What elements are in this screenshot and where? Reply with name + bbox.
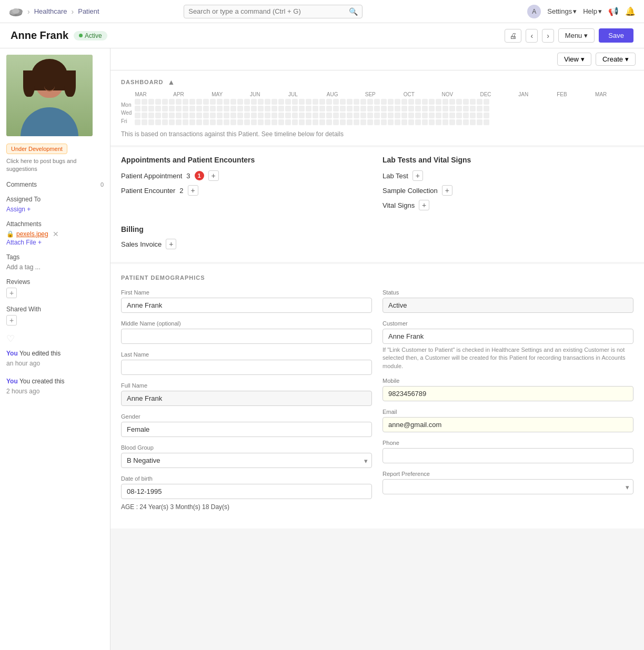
first-name-input[interactable] — [121, 298, 372, 313]
search-input[interactable] — [188, 7, 349, 15]
view-button[interactable]: View ▾ — [557, 53, 591, 66]
mobile-input[interactable] — [383, 386, 633, 401]
help-button[interactable]: Help ▾ — [583, 7, 602, 15]
heatmap-cell — [477, 113, 482, 118]
heatmap-cell — [477, 99, 482, 105]
attachment-filename[interactable]: pexels.jpeg — [16, 230, 48, 238]
heatmap-cell — [354, 119, 359, 125]
attach-file-action[interactable]: Attach File + — [6, 239, 42, 246]
heatmap-month-label: JAN — [518, 92, 557, 97]
invoice-label: Sales Invoice — [121, 240, 162, 248]
heatmap-cell — [449, 99, 455, 105]
person-silhouette — [6, 55, 93, 136]
dob-label: Date of birth — [121, 475, 372, 482]
demographics-form: First Name Middle Name (optional) Last N… — [121, 289, 633, 518]
heatmap-cell — [155, 106, 161, 111]
activity-1: You You edited this an hour ago — [6, 349, 104, 369]
save-button[interactable]: Save — [599, 28, 633, 43]
nav-breadcrumb-patient[interactable]: Patient — [78, 7, 99, 15]
create-button[interactable]: Create ▾ — [596, 53, 636, 66]
heatmap-cell — [265, 119, 270, 125]
heatmap-cell — [196, 113, 202, 118]
like-heart-icon[interactable]: ♡ — [6, 333, 104, 344]
menu-button[interactable]: Menu ▾ — [558, 28, 595, 43]
heatmap-cell — [203, 119, 209, 125]
heatmap-cell — [429, 99, 435, 105]
status-input — [383, 298, 633, 313]
under-dev-hint: Click here to post bugs and suggestions — [6, 157, 104, 174]
assign-action[interactable]: Assign + — [6, 206, 31, 213]
heatmap-cell — [258, 106, 264, 111]
email-label: Email — [383, 409, 633, 415]
add-appointment-button[interactable]: + — [208, 170, 219, 181]
bell-icon[interactable]: 🔔 — [625, 6, 636, 16]
search-icon: 🔍 — [349, 7, 358, 16]
navbar: › Healthcare › Patient 🔍 A Settings ▾ He… — [0, 0, 644, 23]
dashboard-toggle-icon[interactable]: ▲ — [168, 78, 176, 86]
heatmap-cell — [237, 113, 243, 118]
heatmap-cell — [374, 113, 380, 118]
heatmap-cell — [169, 106, 175, 111]
heatmap-cell — [292, 113, 298, 118]
heatmap-cell — [442, 99, 448, 105]
sidebar-reviews-section: Reviews + — [6, 278, 104, 298]
heatmap-cell — [463, 106, 469, 111]
heatmap-row — [135, 119, 633, 125]
report-pref-select[interactable] — [383, 479, 633, 494]
heatmap-cell — [189, 106, 195, 111]
heatmap-cell — [422, 99, 428, 105]
encounter-grid: Appointments and Patient Encounters Pati… — [121, 156, 633, 215]
sidebar-activity-section: You You edited this an hour ago You You … — [6, 349, 104, 397]
heatmap-cell — [183, 99, 188, 105]
attachment-remove-icon[interactable]: ✕ — [53, 230, 59, 238]
heatmap-month-label: JUL — [288, 92, 327, 97]
add-encounter-button[interactable]: + — [188, 185, 198, 196]
email-input[interactable] — [383, 417, 633, 432]
last-name-input[interactable] — [121, 360, 372, 375]
heatmap-cell — [224, 119, 229, 125]
gender-input[interactable] — [121, 422, 372, 437]
heatmap-cell — [203, 113, 209, 118]
next-button[interactable]: › — [542, 29, 554, 43]
gender-group: Gender — [121, 413, 372, 437]
dashboard-note: This is based on transactions against th… — [121, 130, 633, 138]
add-lab-test-button[interactable]: + — [412, 170, 423, 181]
heatmap-cell — [224, 113, 229, 118]
dob-input[interactable] — [121, 484, 372, 499]
print-button[interactable]: 🖨 — [505, 29, 521, 43]
add-shared-button[interactable]: + — [6, 315, 17, 326]
add-sample-button[interactable]: + — [442, 185, 452, 196]
heatmap-cell — [230, 99, 236, 105]
heatmap-month-label: MAY — [212, 92, 250, 97]
heatmap-cell — [217, 119, 223, 125]
heatmap-cell — [306, 119, 311, 125]
under-dev-badge[interactable]: Under Development — [6, 144, 67, 154]
middle-name-input[interactable] — [121, 329, 372, 344]
heatmap-cell — [224, 106, 229, 111]
heatmap-cell — [299, 119, 305, 125]
heatmap-cell — [271, 106, 277, 111]
add-invoice-button[interactable]: + — [166, 239, 176, 249]
settings-button[interactable]: Settings ▾ — [547, 7, 577, 15]
blood-group-select[interactable]: B Negative A Positive A Negative B Posit… — [121, 453, 372, 468]
user-avatar: A — [527, 5, 541, 18]
add-review-button[interactable]: + — [6, 288, 17, 298]
heatmap-cell — [429, 119, 435, 125]
heatmap-cell — [333, 106, 339, 111]
add-tag-action[interactable]: Add a tag ... — [6, 263, 41, 271]
nav-breadcrumb-healthcare[interactable]: Healthcare — [34, 7, 67, 15]
main-layout: Under Development Click here to post bug… — [0, 48, 644, 650]
heatmap-cell — [299, 99, 305, 105]
heatmap-cell — [360, 113, 366, 118]
prev-button[interactable]: ‹ — [526, 29, 538, 43]
heatmap-cell — [183, 119, 188, 125]
heatmap-cell — [142, 106, 147, 111]
status-badge: Active — [74, 31, 107, 40]
mobile-label: Mobile — [383, 378, 633, 384]
customer-input[interactable] — [383, 329, 633, 344]
heatmap-cell — [169, 113, 175, 118]
add-vitals-button[interactable]: + — [419, 200, 429, 210]
heatmap-row — [135, 99, 633, 105]
heatmap-cell — [381, 106, 387, 111]
phone-input[interactable] — [383, 448, 633, 463]
